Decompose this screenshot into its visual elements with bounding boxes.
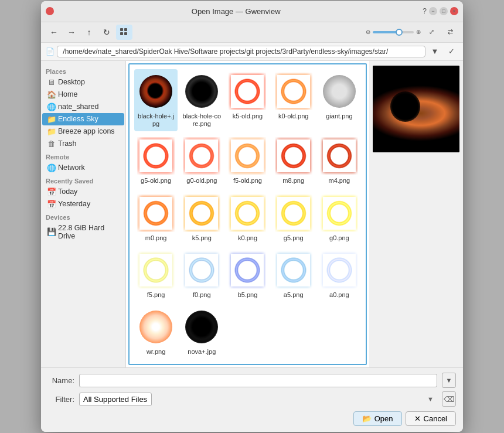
main-window: Open Image — Gwenview ? − □ × ← → ↑ ↻ ⊖ [41,1,463,432]
sidebar-label-endless-sky: Endless Sky [58,115,98,123]
open-label: Open [374,414,393,423]
file-item[interactable]: a0.png [318,248,361,302]
file-item[interactable]: g0.png [318,191,361,246]
preview-image [373,66,459,152]
file-item[interactable]: wr.png [134,305,178,359]
filter-select[interactable]: All Supported Files [79,393,152,406]
forward-button[interactable]: → [63,25,80,40]
zoom-thumb[interactable] [396,29,403,36]
open-button[interactable]: 📂 Open [353,411,402,426]
recently-saved-label: Recently Saved [41,174,125,186]
file-item[interactable]: f5.png [134,248,178,302]
action-row: 📂 Open ✕ Cancel [48,410,456,427]
sidebar-item-nate-shared[interactable]: 🌐 nate_shared [42,101,124,113]
file-thumbnail [229,73,266,110]
sidebar-item-trash[interactable]: 🗑 Trash [42,138,124,150]
file-name-label: black-hole-core.png [182,112,221,128]
zoom-control: ⊖ ⊕ ⤢ ⇄ [366,25,458,40]
file-item[interactable]: nova+.jpg [180,305,223,359]
file-thumbnail [229,137,266,175]
window-title: Open Image — Gwenview [54,7,418,16]
filter-label: Filter: [48,395,74,404]
confirm-button[interactable]: ✓ [444,45,458,58]
name-dropdown-button[interactable]: ▼ [442,373,456,388]
file-item[interactable]: g0-old.png [180,134,223,188]
file-item[interactable]: b5.png [226,248,269,302]
thumbnail-image [185,254,218,287]
thumbnail-image [139,311,172,343]
thumbnail-image [185,197,218,230]
file-item[interactable]: black-hole+.jpg [134,69,178,131]
file-item[interactable]: m0.png [134,191,178,246]
desktop-icon: 🖥 [47,78,55,87]
remote-label: Remote [41,150,125,162]
sidebar-item-network[interactable]: 🌐 Network [42,162,124,174]
minimize-button[interactable]: − [429,7,437,15]
zoom-in-icon: ⊕ [416,29,421,35]
close-button[interactable] [46,7,54,15]
zoom-slider[interactable] [373,31,414,33]
thumbnail-image [323,139,356,172]
icons-view-button[interactable] [116,25,132,40]
sidebar-item-breeze[interactable]: 📁 Breeze app icons [42,125,124,138]
folder-icon-endless: 📁 [47,115,55,124]
close-button-right[interactable]: × [450,7,458,15]
file-name-label: giant.png [326,112,352,120]
filter-select-wrapper: All Supported Files ▼ [79,393,437,406]
file-item[interactable]: black-hole-core.png [180,69,223,131]
help-icon[interactable]: ? [423,7,427,15]
bookmark-button[interactable]: ▼ [428,45,442,58]
file-thumbnail [183,308,220,346]
file-name-label: f0.png [193,291,211,299]
thumbnail-image [277,254,310,287]
sidebar-item-desktop[interactable]: 🖥 Desktop [42,76,124,88]
up-button[interactable]: ↑ [81,25,97,40]
file-item[interactable]: m8.png [272,134,315,188]
file-thumbnail [321,195,358,232]
thumbnail-image [185,75,218,108]
file-name-label: wr.png [147,348,165,356]
file-thumbnail [321,73,358,110]
name-row: Name: ▼ [48,373,456,388]
address-input[interactable] [57,46,425,57]
sidebar-item-yesterday[interactable]: 📅 Yesterday [42,198,124,210]
thumbnail-image [323,254,356,287]
sidebar-label-network: Network [58,163,85,172]
sidebar-item-home[interactable]: 🏠 Home [42,88,124,101]
back-button[interactable]: ← [46,25,62,40]
sidebar-label-desktop: Desktop [58,78,85,86]
fit-view-button[interactable]: ⤢ [423,25,440,40]
filter-clear-button[interactable]: ⌫ [442,391,456,407]
file-item[interactable]: k0.png [226,191,269,246]
file-name-label: b5.png [238,291,258,299]
maximize-button[interactable]: □ [440,7,448,15]
name-input[interactable] [79,374,437,387]
file-name-label: g0.png [329,234,349,242]
reload-button[interactable]: ↻ [98,25,115,40]
sidebar-label-trash: Trash [58,139,77,148]
sidebar-item-hard-drive[interactable]: 💾 22.8 GiB Hard Drive [42,222,124,242]
file-item[interactable]: f5-old.png [226,134,269,188]
file-item[interactable]: f0.png [180,248,223,302]
file-item[interactable]: g5.png [272,191,315,246]
file-item[interactable]: k0-old.png [272,69,315,131]
extra-button[interactable]: ⇄ [442,25,458,40]
file-grid-container[interactable]: black-hole+.jpgblack-hole-core.pngk5-old… [128,63,367,365]
file-item[interactable]: k5-old.png [226,69,269,131]
file-item[interactable]: a5.png [272,248,315,302]
file-thumbnail [275,137,312,175]
sidebar-item-today[interactable]: 📅 Today [42,186,124,198]
file-item[interactable]: m4.png [318,134,361,188]
file-item[interactable]: k5.png [180,191,223,246]
cancel-icon: ✕ [414,414,421,423]
devices-label: Devices [41,210,125,222]
sidebar-label-yesterday: Yesterday [58,200,90,208]
file-item[interactable]: g5-old.png [134,134,178,188]
filter-row: Filter: All Supported Files ▼ ⌫ [48,391,456,407]
file-item[interactable]: giant.png [318,69,361,131]
file-name-label: m4.png [329,177,350,185]
home-icon: 🏠 [47,90,55,99]
cancel-button[interactable]: ✕ Cancel [406,411,456,426]
sidebar-item-endless-sky[interactable]: 📁 Endless Sky [42,113,124,125]
file-name-label: g5-old.png [141,177,171,185]
